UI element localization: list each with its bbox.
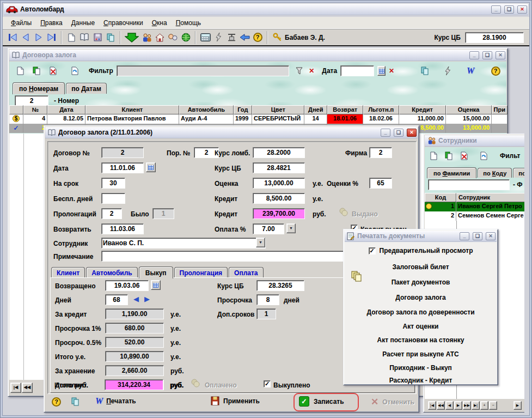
contract-number-input[interactable] <box>15 95 48 106</box>
print-close-button[interactable]: ✕ <box>486 232 496 240</box>
print-item-pledge-contract[interactable]: Договор залога <box>344 294 498 301</box>
print-titlebar[interactable]: Печатать документы _ ❏ ✕ <box>345 231 497 242</box>
save-record-button[interactable]: ✓ Записать <box>299 396 344 407</box>
issue-button[interactable] <box>124 31 140 45</box>
contracts-refresh-button[interactable] <box>68 64 81 78</box>
print-minimize-button[interactable]: _ <box>460 232 469 240</box>
menu-windows[interactable]: Окна <box>148 18 171 28</box>
kurs-lomb-field[interactable] <box>253 147 305 158</box>
tab-by-d[interactable]: по Д <box>513 168 524 178</box>
vozvrascheno-calendar-button[interactable] <box>151 280 161 290</box>
bespl-field[interactable] <box>101 193 125 204</box>
calculator-button[interactable] <box>199 31 212 45</box>
new-button[interactable] <box>65 31 78 45</box>
employee-row-selected[interactable]: 1 Иванов Сергей Петро <box>425 202 524 211</box>
contracts-maximize-button[interactable]: ❏ <box>482 51 492 59</box>
menu-reference[interactable]: Справочники <box>100 18 147 28</box>
dnei-inc-arrow[interactable]: ▶ <box>144 295 150 303</box>
help-button[interactable]: ? <box>251 31 264 45</box>
tab-client[interactable]: Клиент <box>51 267 85 278</box>
contracts-word-button[interactable]: W <box>464 64 477 78</box>
filter-apply-button[interactable] <box>292 64 305 78</box>
dialog-maximize-button[interactable]: ❏ <box>394 129 403 137</box>
print-item-appraisal-act[interactable]: Акт оценки <box>344 323 498 330</box>
contracts-help-button[interactable]: ? <box>489 64 502 78</box>
tab-by-code[interactable]: по Коду <box>478 168 512 178</box>
nav-last-button[interactable] <box>45 31 58 45</box>
kurs-cb-field[interactable] <box>465 32 524 43</box>
minimize-button[interactable]: _ <box>491 5 501 14</box>
kredit-rub-field[interactable] <box>253 208 305 219</box>
ocenki-field[interactable] <box>369 178 392 189</box>
oplata-dropdown-button[interactable]: ▼ <box>286 223 296 233</box>
print-item-document-package[interactable]: Пакет документов <box>344 278 498 286</box>
print-button[interactable]: W Печатать <box>95 396 136 406</box>
employees-button[interactable] <box>140 31 153 45</box>
preview-checkbox[interactable]: ✓ <box>369 247 376 255</box>
contracts-minimize-button[interactable]: _ <box>469 51 479 59</box>
nav-prev-button[interactable] <box>19 31 32 45</box>
date-filter-input[interactable] <box>340 65 374 76</box>
print-item-receipt-buyback[interactable]: Приходник - Выкуп <box>344 364 498 372</box>
clients-button[interactable] <box>166 31 179 45</box>
dnei-field[interactable] <box>105 294 128 305</box>
employees-delete-button[interactable] <box>457 149 470 163</box>
vozvratit-field[interactable] <box>101 223 144 234</box>
tab-by-dates[interactable]: по Датам <box>66 83 107 94</box>
menu-edit[interactable]: Правка <box>36 18 66 28</box>
back-button[interactable] <box>238 31 251 45</box>
apply-button[interactable]: Применить <box>211 396 260 405</box>
sotrudnik-dropdown-button[interactable]: ▼ <box>256 238 265 247</box>
ocenka-field[interactable] <box>253 178 305 189</box>
save-button[interactable] <box>91 31 104 45</box>
nav-fastprev-button[interactable]: ◀◀ <box>22 383 33 393</box>
print-item-pledge-contract-poa[interactable]: Договор залога по доверенности <box>344 308 498 316</box>
menu-data[interactable]: Данные <box>68 18 99 28</box>
contracts-new-button[interactable] <box>14 64 27 78</box>
tab-prolongation[interactable]: Пролонгация <box>174 267 228 278</box>
print-item-pawn-ticket[interactable]: Залоговый билет <box>344 263 498 271</box>
menu-help[interactable]: Помощь <box>172 18 205 28</box>
data-calendar-button[interactable] <box>146 162 156 172</box>
kredit-ue-field[interactable] <box>253 193 305 204</box>
vykupleno-checkbox[interactable]: ✓ <box>264 380 271 387</box>
menu-files[interactable]: Файлы <box>7 18 35 28</box>
itogo-rub-field[interactable] <box>105 379 163 390</box>
contracts-exchange-button[interactable] <box>441 64 454 78</box>
employee-row[interactable]: 2 Семенов Семен Серге <box>425 211 524 221</box>
press-button[interactable] <box>225 31 238 45</box>
filter-input[interactable] <box>117 65 290 76</box>
contracts-copy-button[interactable] <box>30 64 43 78</box>
contracts-titlebar[interactable]: Договора залога _ ❏ ✕ <box>9 50 506 61</box>
date-calendar-button[interactable] <box>377 66 386 76</box>
dnei-dec-arrow[interactable]: ◀ <box>133 295 139 303</box>
print-item-parking-act[interactable]: Акт постановки на стоянку <box>344 336 498 344</box>
nav-first-button[interactable] <box>6 31 19 45</box>
tab-vykup[interactable]: Выкуп <box>139 266 173 278</box>
date-clear-icon[interactable]: ✕ <box>389 67 394 75</box>
employees-new-button[interactable] <box>427 149 440 163</box>
na-srok-field[interactable] <box>101 178 125 189</box>
session-key-button[interactable] <box>271 31 284 45</box>
emp-scroll-right[interactable]: ▶ <box>513 401 522 410</box>
dialog-copy-button[interactable] <box>71 397 80 406</box>
contracts-close-button[interactable]: ✕ <box>496 51 505 59</box>
main-titlebar[interactable]: Автоломбард _ ❏ ✕ <box>4 4 528 15</box>
data-field[interactable] <box>101 162 144 173</box>
tab-by-surname[interactable]: по Фамилии <box>427 167 476 178</box>
emp-nav-last[interactable]: ▶| <box>472 401 480 410</box>
dialog-minimize-button[interactable]: _ <box>381 129 390 137</box>
dialog-titlebar[interactable]: Договор залога (2/11.01.2006) _ ❏ ✕ <box>45 127 418 138</box>
print-item-buyback-calc[interactable]: Расчет при выкупе АТС <box>344 350 498 358</box>
exchange-button[interactable] <box>212 31 225 45</box>
prolong-field[interactable] <box>101 208 122 219</box>
vozvrascheno-field[interactable] <box>105 280 149 291</box>
print-maximize-button[interactable]: ❏ <box>473 232 482 240</box>
tab-payment[interactable]: Оплата <box>229 267 263 278</box>
emp-nav-next[interactable]: ▶ <box>454 401 462 410</box>
firma-field[interactable] <box>369 147 392 158</box>
dialog-help-button[interactable]: ? <box>52 397 61 407</box>
emp-nav-delete[interactable]: − <box>489 401 497 410</box>
emp-nav-insert[interactable]: + <box>480 401 488 410</box>
emp-nav-fastprev[interactable]: ◀◀ <box>437 401 445 410</box>
